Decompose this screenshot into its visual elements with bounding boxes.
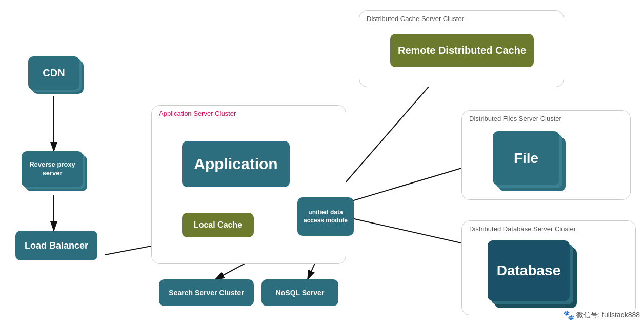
cache-cluster-box: Distributed Cache Server Cluster Remote … [359, 10, 564, 87]
search-server-node: Search Server Cluster [159, 279, 254, 306]
remote-cache-node: Remote Distributed Cache [390, 34, 534, 67]
diagram-container: CDN Reverse proxy server Load Balancer A… [0, 0, 644, 325]
files-cluster-label: Distributed Files Server Cluster [469, 115, 561, 123]
file-node: File [493, 131, 559, 185]
app-cluster-label: Application Server Cluster [159, 110, 236, 117]
reverse-proxy-node: Reverse proxy server [22, 151, 88, 192]
cache-cluster-label: Distributed Cache Server Cluster [367, 15, 464, 23]
database-node: Database [488, 240, 570, 301]
local-cache-node: Local Cache [182, 213, 254, 237]
cdn-node: CDN [28, 56, 85, 95]
nosql-server-node: NoSQL Server [261, 279, 338, 306]
files-cluster-box: Distributed Files Server Cluster File [461, 110, 631, 200]
watermark: 🐾 微信号: fullstack888 [563, 310, 640, 321]
application-node: Application [182, 141, 290, 187]
unified-data-node: unified data access module [297, 197, 354, 236]
db-cluster-box: Distributed Database Server Cluster Data… [461, 220, 636, 315]
load-balancer-node: Load Balancer [15, 231, 97, 260]
db-cluster-label: Distributed Database Server Cluster [469, 225, 576, 233]
